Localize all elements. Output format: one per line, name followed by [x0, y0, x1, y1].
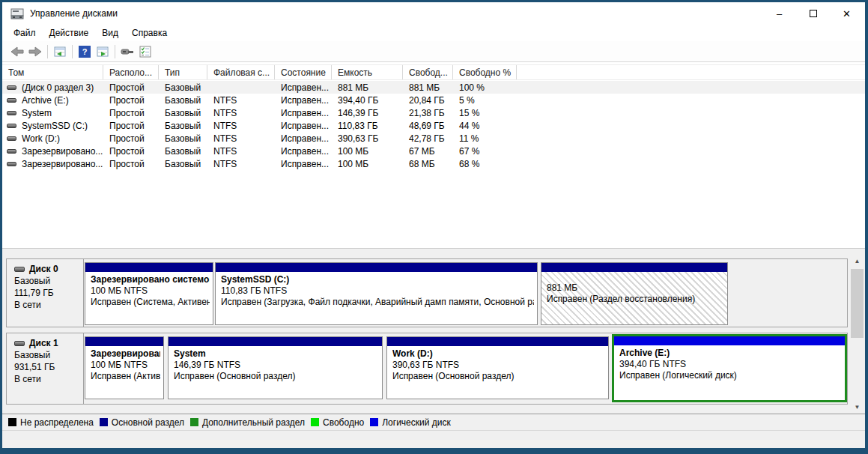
- cell-filesystem: NTFS: [207, 94, 275, 106]
- partition-systemssd-c[interactable]: SystemSSD (C:) 110,83 ГБ NTFS Исправен (…: [215, 262, 538, 325]
- cell-status: Исправен...: [275, 119, 332, 132]
- column-header-capacity[interactable]: Емкость: [332, 65, 403, 79]
- cell-layout: Простой: [103, 94, 159, 106]
- partition-info: Зарезервировано системой 100 МБ NTFS Исп…: [85, 272, 213, 308]
- column-header-status[interactable]: Состояние: [275, 65, 332, 79]
- disk-status: В сети: [14, 374, 83, 384]
- cell-status: Исправен...: [275, 145, 332, 157]
- partition-info: Work (D:) 390,63 ГБ NTFS Исправен (Основ…: [387, 346, 608, 382]
- cell-type: Базовый: [159, 94, 207, 106]
- chevron-up-icon: ▲: [855, 258, 861, 264]
- partition-recovery[interactable]: 881 МБ Исправен (Раздел восстановления): [541, 262, 728, 325]
- cell-free-pct: 67 %: [453, 145, 517, 157]
- cell-free: 42,78 ГБ: [403, 132, 453, 145]
- console-window-icon: [54, 46, 66, 58]
- partition-work-d[interactable]: Work (D:) 390,63 ГБ NTFS Исправен (Основ…: [386, 336, 609, 399]
- vertical-scrollbar[interactable]: ▲ ▼: [851, 255, 864, 414]
- cell-type: Базовый: [159, 81, 207, 94]
- volume-icon: [7, 98, 16, 103]
- column-header-filesystem[interactable]: Файловая с...: [207, 65, 275, 79]
- disk-management-window: Управление дисками – ✕ Файл Действие Вид…: [0, 0, 868, 454]
- disk-1-header[interactable]: Диск 1 Базовый 931,51 ГБ В сети: [7, 333, 84, 404]
- partition-system-reserved-disk0[interactable]: Зарезервировано системой 100 МБ NTFS Исп…: [85, 262, 213, 325]
- cell-type: Базовый: [159, 157, 207, 170]
- table-row[interactable]: SystemSSD (C:) Простой Базовый NTFS Испр…: [2, 119, 865, 132]
- toolbar: ?: [2, 41, 865, 62]
- column-header-volume[interactable]: Том: [2, 65, 103, 79]
- console-window-button[interactable]: [51, 43, 69, 60]
- free-space-swatch: [311, 418, 319, 426]
- disk-0-header[interactable]: Диск 0 Базовый 111,79 ГБ В сети: [7, 259, 84, 327]
- menu-help[interactable]: Справка: [125, 25, 174, 40]
- cell-layout: Простой: [103, 81, 159, 94]
- close-icon: ✕: [843, 8, 851, 19]
- partition-archive-e[interactable]: Archive (E:) 394,40 ГБ NTFS Исправен (Ло…: [612, 334, 847, 402]
- column-header-type[interactable]: Тип: [159, 65, 207, 79]
- column-header-free-pct[interactable]: Свободно %: [453, 65, 517, 79]
- menu-file[interactable]: Файл: [7, 25, 43, 40]
- cell-type: Базовый: [159, 106, 207, 119]
- disk-type: Базовый: [14, 276, 83, 286]
- cell-volume: Зарезервировано...: [2, 145, 103, 157]
- disk-icon: [14, 341, 25, 346]
- cell-free-pct: 5 %: [453, 94, 517, 106]
- table-row[interactable]: System Простой Базовый NTFS Исправен... …: [2, 106, 865, 119]
- cell-layout: Простой: [103, 106, 159, 119]
- partition-system-reserved-disk1[interactable]: Зарезервировано системой 100 МБ NTFS Исп…: [85, 336, 164, 399]
- forward-button[interactable]: [26, 43, 44, 60]
- cell-free: 67 МБ: [403, 145, 453, 157]
- cell-layout: Простой: [103, 145, 159, 157]
- properties-checklist-button[interactable]: [136, 43, 154, 60]
- volume-icon: [7, 136, 16, 141]
- scroll-down-button[interactable]: ▼: [851, 401, 864, 414]
- partition-system[interactable]: System 146,39 ГБ NTFS Исправен (Основной…: [168, 336, 383, 399]
- table-row[interactable]: (Диск 0 раздел 3) Простой Базовый Исправ…: [2, 81, 865, 94]
- action-pane-icon: [97, 46, 109, 58]
- table-row[interactable]: Archive (E:) Простой Базовый NTFS Исправ…: [2, 94, 865, 106]
- scroll-up-button[interactable]: ▲: [851, 255, 864, 267]
- menu-action[interactable]: Действие: [43, 25, 96, 40]
- cell-type: Базовый: [159, 119, 207, 132]
- cell-free: 20,84 ГБ: [403, 94, 453, 106]
- table-row[interactable]: Work (D:) Простой Базовый NTFS Исправен.…: [2, 132, 865, 145]
- cell-volume: Work (D:): [2, 132, 103, 145]
- back-button[interactable]: [8, 43, 26, 60]
- help-button[interactable]: ?: [76, 43, 94, 60]
- logical-disk-swatch: [370, 418, 378, 426]
- tool-button[interactable]: [118, 43, 136, 60]
- action-pane-button[interactable]: [94, 43, 112, 60]
- table-row[interactable]: Зарезервировано... Простой Базовый NTFS …: [2, 157, 865, 170]
- close-button[interactable]: ✕: [830, 2, 864, 25]
- column-header-free[interactable]: Свобод...: [403, 65, 453, 79]
- column-header-layout[interactable]: Располо...: [103, 65, 159, 79]
- cell-status: Исправен...: [275, 106, 332, 119]
- cell-capacity: 100 МБ: [332, 145, 403, 157]
- partition-info: System 146,39 ГБ NTFS Исправен (Основной…: [169, 346, 382, 382]
- cell-volume: System: [2, 106, 103, 119]
- chevron-down-icon: ▼: [855, 404, 861, 411]
- menu-view[interactable]: Вид: [95, 25, 125, 40]
- partition-type-bar: [85, 263, 213, 272]
- disk-name: Диск 0: [29, 264, 58, 274]
- table-row[interactable]: Зарезервировано... Простой Базовый NTFS …: [2, 145, 865, 157]
- scrollbar-thumb[interactable]: [851, 269, 864, 338]
- volume-icon: [7, 124, 16, 128]
- titlebar[interactable]: Управление дисками – ✕: [2, 2, 865, 25]
- disk-status: В сети: [14, 300, 83, 310]
- unallocated-swatch: [8, 418, 16, 426]
- cell-free: 48,69 ГБ: [403, 119, 453, 132]
- toolbar-separator: [115, 45, 115, 58]
- legend-bar: Не распределена Основной раздел Дополнит…: [2, 414, 865, 430]
- window-title: Управление дисками: [30, 8, 118, 19]
- cell-layout: Простой: [103, 157, 159, 170]
- primary-partition-swatch: [100, 418, 108, 426]
- legend-item-free: Свободно: [311, 417, 364, 428]
- cell-status: Исправен...: [275, 157, 332, 170]
- disk-row-1: Диск 1 Базовый 931,51 ГБ В сети Зарезерв…: [6, 333, 848, 405]
- volume-icon: [7, 85, 16, 90]
- volume-icon: [7, 162, 16, 166]
- minimize-button[interactable]: –: [762, 2, 796, 25]
- maximize-button[interactable]: [796, 2, 830, 25]
- svg-text:?: ?: [82, 47, 88, 56]
- pane-splitter[interactable]: [2, 248, 865, 255]
